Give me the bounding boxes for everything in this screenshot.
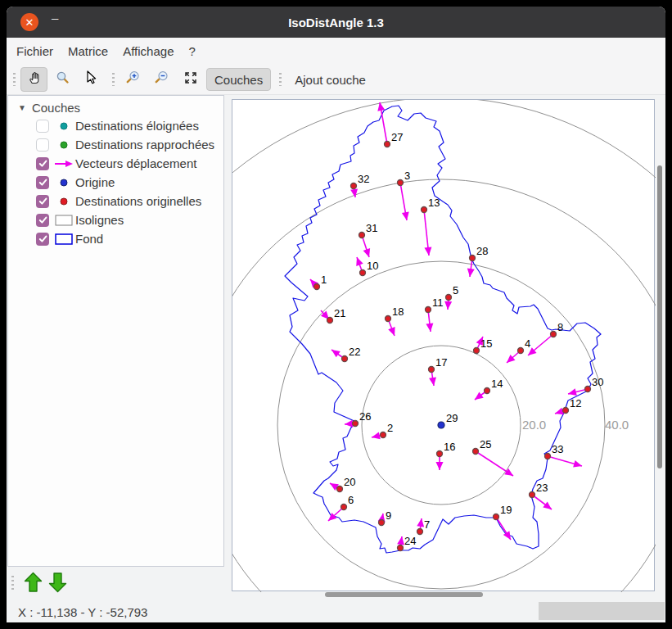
menu-item-affichage[interactable]: Affichage [115, 44, 181, 58]
vector-arrowhead [388, 327, 395, 336]
layer-label[interactable]: Destinations éloignées [75, 119, 199, 133]
green-up-arrow-icon [24, 572, 43, 596]
cursor-arrow-icon [85, 70, 98, 88]
destination-point [429, 367, 435, 373]
zoom-in-button[interactable] [120, 67, 147, 92]
point-label: 14 [491, 378, 503, 390]
layer-checkbox[interactable] [36, 195, 49, 208]
point-label: 9 [386, 509, 391, 522]
green-dot-icon [54, 138, 74, 152]
layer-row: Isolignes [15, 210, 223, 229]
layer-label[interactable]: Vecteurs déplacement [75, 156, 196, 170]
point-label: 24 [404, 535, 416, 547]
ajout-couche-button[interactable]: Ajout couche [287, 68, 373, 91]
destination-point [485, 388, 490, 394]
layer-checkbox[interactable] [36, 233, 49, 246]
destination-point [545, 454, 551, 459]
vector-arrowhead [356, 257, 363, 266]
vector-arrowhead [417, 518, 424, 527]
destination-point [342, 356, 348, 362]
destination-point [327, 318, 333, 324]
vertical-scrollbar-thumb[interactable] [657, 165, 662, 468]
destination-point [353, 421, 359, 427]
destination-point [360, 270, 366, 276]
resize-grip[interactable] [539, 602, 665, 620]
menu-item-fichier[interactable]: Fichier [9, 44, 61, 58]
isoline-label: 40.0 [605, 418, 629, 432]
isoline-label: 20.0 [522, 418, 546, 432]
layers-tree-root[interactable]: ▼ Couches [15, 99, 223, 116]
point-label: 21 [334, 307, 345, 319]
vector-arrowhead [372, 432, 381, 440]
toolbar-drag-handle[interactable] [13, 73, 16, 86]
vector-arrowhead [436, 462, 444, 470]
zoom-select-button[interactable] [49, 67, 76, 92]
point-label: 30 [592, 376, 603, 388]
vector-arrowhead [426, 324, 433, 332]
select-tool-button[interactable] [78, 67, 105, 92]
zoom-out-button[interactable] [148, 67, 175, 92]
vector-arrowhead [424, 247, 431, 256]
layer-row: Fond [15, 229, 223, 248]
layer-checkbox[interactable] [36, 157, 49, 170]
layer-row: Destinations éloignées [15, 116, 223, 135]
point-label: 19 [500, 504, 512, 516]
layer-checkbox[interactable] [36, 138, 49, 152]
tree-collapse-icon[interactable]: ▼ [18, 103, 26, 112]
zoom-fit-button[interactable] [177, 67, 204, 92]
couches-toggle-button[interactable]: Couches [206, 68, 271, 91]
destination-point [417, 529, 423, 535]
layer-label[interactable]: Origine [75, 175, 115, 189]
menu-item-matrice[interactable]: Matrice [61, 44, 115, 58]
point-label: 26 [359, 410, 371, 423]
statusbar: X : -11,138 - Y : -52,793 [18, 605, 147, 619]
layer-label[interactable]: Destinations originelles [75, 194, 201, 208]
point-label: 5 [453, 284, 458, 296]
destination-point [359, 233, 365, 238]
move-layer-down-button[interactable] [45, 572, 70, 595]
destination-point [341, 505, 347, 510]
map-svg[interactable]: 20.040.012345678910111213141516171819202… [232, 100, 656, 592]
close-icon: ✕ [25, 16, 34, 29]
toolbar-drag-handle[interactable] [11, 576, 14, 592]
close-button[interactable]: ✕ [20, 13, 38, 31]
layer-label[interactable]: Fond [75, 232, 103, 246]
point-label: 11 [432, 296, 444, 309]
vector-arrowhead [402, 211, 409, 220]
point-label: 3 [404, 170, 410, 182]
destination-point [351, 183, 357, 189]
destination-point [379, 520, 385, 526]
layer-label[interactable]: Destinations rapprochées [75, 138, 214, 152]
destination-point [385, 142, 390, 147]
blue-dot-icon [54, 176, 74, 189]
zoom-in-icon [125, 70, 141, 89]
destination-point [426, 307, 431, 313]
point-label: 23 [536, 482, 548, 494]
toolbar-drag-handle[interactable] [112, 73, 115, 86]
layer-checkbox[interactable] [36, 176, 49, 189]
magenta-arrow-icon [54, 157, 74, 170]
layer-label[interactable]: Isolignes [75, 213, 124, 227]
map-canvas[interactable]: 20.040.012345678910111213141516171819202… [232, 99, 655, 591]
layer-order-toolbar [7, 572, 70, 596]
vector-arrowhead [429, 377, 436, 386]
point-label: 4 [525, 337, 530, 350]
vector-arrowhead [345, 420, 353, 428]
app-window: ✕ – IsoDistAngle 1.3 FichierMatriceAffic… [7, 7, 665, 622]
layer-checkbox[interactable] [36, 120, 49, 133]
layer-row: Origine [15, 173, 223, 192]
minimize-button[interactable]: – [52, 11, 58, 25]
horizontal-scrollbar-thumb[interactable] [325, 592, 483, 597]
toolbar-drag-handle[interactable] [279, 73, 282, 86]
menu-item-aide[interactable]: ? [181, 44, 202, 58]
vector-arrowhead [467, 269, 475, 277]
blue-rect-icon [54, 233, 74, 246]
layer-checkbox[interactable] [36, 214, 49, 227]
zoom-out-icon [154, 70, 169, 89]
green-down-arrow-icon [48, 572, 67, 596]
point-label: 31 [366, 222, 377, 234]
magnifier-icon [56, 70, 70, 88]
move-layer-up-button[interactable] [20, 572, 45, 595]
pan-tool-button[interactable] [20, 67, 47, 92]
vector-arrowhead [568, 388, 577, 396]
